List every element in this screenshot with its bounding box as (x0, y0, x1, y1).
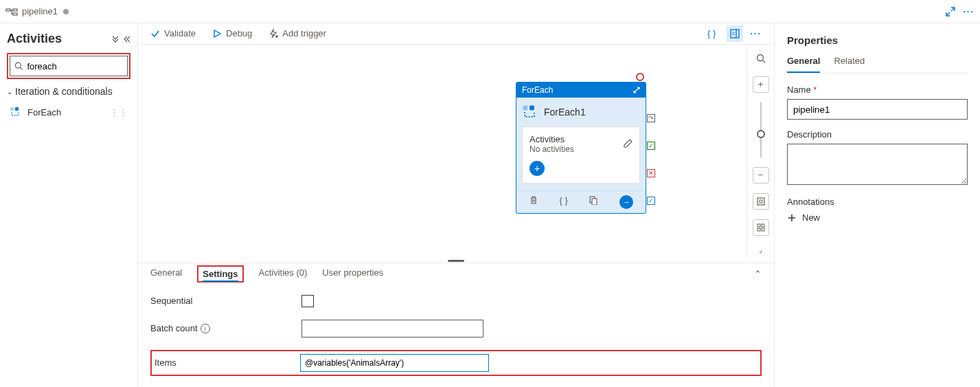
validate-button[interactable]: Validate (150, 28, 196, 38)
new-annotation-label: New (802, 212, 820, 223)
node-activities-label: Activities (529, 134, 574, 144)
expand-icon[interactable] (945, 6, 956, 17)
svg-point-3 (15, 63, 21, 68)
description-field-label: Description (787, 129, 968, 140)
add-trigger-label: Add trigger (282, 28, 326, 38)
zoom-fit-button[interactable] (753, 193, 769, 210)
failure-output-icon[interactable]: ✕ (647, 169, 655, 177)
zoom-out-button[interactable]: − (753, 167, 769, 184)
foreach-icon (10, 107, 21, 118)
name-field-label: Name * (787, 85, 968, 95)
validate-label: Validate (164, 28, 196, 38)
items-input[interactable] (300, 354, 489, 372)
items-row-highlight: Items (150, 350, 762, 376)
activities-search[interactable] (10, 56, 128, 76)
category-label: Iteration & conditionals (15, 86, 113, 97)
success-output-icon[interactable]: ✓ (647, 142, 655, 150)
description-field-input[interactable] (787, 144, 968, 185)
pipeline-canvas[interactable]: ForEach ForEach1 Activities No activitie… (138, 45, 774, 260)
tab-settings-highlight: Settings (197, 265, 243, 283)
properties-toggle-button[interactable] (727, 25, 743, 42)
svg-point-17 (757, 54, 763, 60)
tab-activities[interactable]: Activities (0) (259, 267, 308, 280)
tab-general[interactable]: General (150, 267, 182, 280)
properties-title: Properties (787, 34, 968, 46)
canvas-search-button[interactable] (753, 50, 769, 67)
sequential-label: Sequential (150, 296, 301, 306)
category-iteration-conditionals[interactable]: ⌄ Iteration & conditionals (7, 86, 130, 97)
plus-icon (787, 213, 797, 223)
node-collapse-icon[interactable] (633, 87, 640, 93)
activities-panel: Activities ⌄ Iteration & conditionals Fo… (0, 23, 137, 387)
node-code-icon[interactable]: { } (560, 195, 568, 209)
svg-rect-1 (13, 9, 17, 11)
edit-activities-icon[interactable] (623, 139, 633, 148)
collapse-all-icon[interactable] (111, 35, 119, 43)
node-name: ForEach1 (544, 107, 586, 118)
search-box-highlight (7, 53, 130, 79)
tab-settings[interactable]: Settings (203, 269, 238, 282)
activity-foreach[interactable]: ForEach ⋮⋮ (7, 102, 130, 122)
toolbar-more-icon[interactable]: ··· (750, 28, 762, 38)
svg-rect-2 (13, 13, 17, 15)
completion-output-icon[interactable]: ✓ (647, 197, 655, 205)
add-activity-button[interactable]: + (529, 161, 545, 176)
info-icon[interactable]: i (201, 324, 210, 333)
name-field-input[interactable] (787, 99, 968, 120)
debug-button[interactable]: Debug (212, 28, 252, 38)
svg-rect-5 (10, 107, 14, 111)
prop-tab-general[interactable]: General (787, 56, 820, 73)
collapse-bottom-panel-icon[interactable]: ⌃ (754, 269, 762, 279)
settings-panel: Sequential Batch count i Items (138, 284, 774, 387)
tab-user-properties[interactable]: User properties (322, 267, 383, 280)
add-trigger-button[interactable]: Add trigger (269, 28, 326, 38)
annotations-label: Annotations (787, 197, 968, 207)
play-icon (212, 29, 222, 38)
debug-label: Debug (226, 28, 252, 38)
unsaved-indicator (63, 9, 69, 14)
copy-node-icon[interactable] (589, 195, 598, 209)
svg-rect-23 (757, 228, 760, 231)
svg-rect-0 (6, 9, 10, 11)
chevron-down-icon: ⌄ (7, 88, 12, 96)
prop-tab-related[interactable]: Related (834, 56, 865, 73)
search-icon (14, 61, 23, 71)
drag-handle-icon: ⋮⋮ (110, 107, 128, 118)
svg-rect-9 (731, 30, 739, 38)
more-icon[interactable]: ··· (963, 6, 975, 16)
svg-rect-19 (757, 198, 764, 205)
svg-rect-16 (592, 199, 597, 205)
canvas-toolbar: Validate Debug Add trigger { } ··· (138, 23, 774, 45)
zoom-slider-knob[interactable] (757, 130, 765, 138)
batch-count-input[interactable] (301, 320, 483, 338)
pipeline-tab-title: pipeline1 (22, 6, 58, 16)
node-no-activities: No activities (529, 144, 574, 154)
goto-activities-button[interactable]: → (619, 195, 633, 209)
batch-count-label: Batch count i (150, 323, 301, 333)
foreach-node-icon (522, 104, 537, 120)
sequential-checkbox[interactable] (301, 295, 314, 307)
activities-title: Activities (7, 32, 62, 46)
svg-rect-14 (529, 105, 534, 110)
foreach-node[interactable]: ForEach ForEach1 Activities No activitie… (516, 82, 646, 214)
collapse-panel-icon[interactable] (122, 35, 130, 43)
svg-rect-13 (523, 105, 527, 110)
zoom-in-button[interactable]: + (753, 76, 769, 93)
zoom-slider[interactable] (760, 102, 762, 157)
check-icon (150, 29, 160, 38)
svg-line-18 (762, 60, 765, 63)
svg-rect-24 (762, 228, 764, 231)
node-input-port[interactable] (636, 73, 644, 81)
new-annotation-button[interactable]: New (787, 212, 968, 223)
canvas-controls: + − ⌟ (747, 45, 774, 260)
trigger-icon (269, 29, 278, 38)
resize-corner-icon[interactable]: ⌟ (759, 245, 762, 254)
svg-line-4 (20, 67, 22, 69)
title-bar: pipeline1 ··· (0, 0, 980, 23)
code-view-button[interactable]: { } (703, 25, 720, 42)
delete-node-icon[interactable] (529, 195, 538, 209)
search-input[interactable] (27, 61, 123, 71)
auto-align-button[interactable] (753, 219, 769, 236)
skip-output-icon[interactable]: ↷ (647, 114, 655, 122)
svg-rect-20 (760, 200, 762, 203)
